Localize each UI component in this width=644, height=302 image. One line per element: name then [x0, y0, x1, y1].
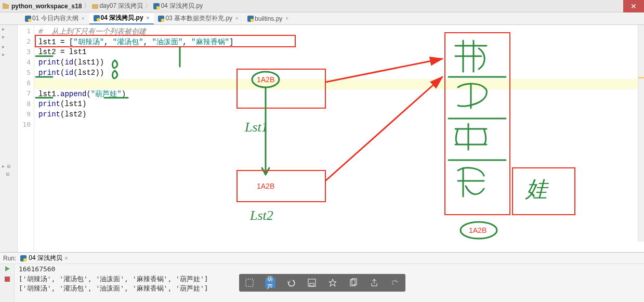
py-file-icon [158, 16, 164, 22]
run-header: Run: 04 深浅拷贝 × [0, 253, 644, 264]
run-tab-close-icon[interactable]: × [64, 255, 68, 262]
svg-rect-2 [92, 4, 98, 9]
left-gutter: ▸▸▸▸ ▸ 🗉 🗉 [0, 25, 18, 252]
line-number-gutter: 12345678910 [18, 25, 34, 252]
crumb-folder[interactable]: day07 深浅拷贝 [99, 2, 143, 10]
screenshot-toolbar[interactable]: 葫芦 [239, 274, 405, 292]
crumb-sep-1: 〉 [84, 2, 90, 10]
svg-text:1A2B: 1A2B [469, 226, 487, 234]
warning-marker[interactable] [638, 77, 644, 78]
run-label: Run: [3, 255, 16, 262]
copy-icon[interactable] [348, 278, 359, 288]
run-config-name[interactable]: 04 深浅拷贝 [29, 254, 62, 262]
editor[interactable]: 12345678910 # 从上到下只有一个列表被创建 lst1 = ["胡辣汤… [18, 25, 644, 252]
svg-point-25 [461, 222, 497, 239]
svg-rect-34 [246, 279, 253, 286]
folder-icon [92, 3, 98, 9]
crumb-sep-2: 〉 [145, 2, 151, 10]
share-icon[interactable] [369, 278, 379, 288]
py-file-icon [153, 3, 160, 9]
svg-rect-1 [3, 3, 6, 5]
ok-icon[interactable] [390, 278, 400, 288]
editor-tabs: 01 今日内容大纲 × 04 深浅拷贝.py × 03 基本数据类型补充.py … [0, 12, 644, 25]
tab-label: 04 深浅拷贝.py [101, 14, 143, 22]
tab-close-icon[interactable]: × [235, 16, 239, 21]
tab-label: builtins.py [255, 15, 282, 22]
svg-text:娃: 娃 [525, 177, 549, 201]
code-comment: # 从上到下只有一个列表被创建 [38, 28, 146, 36]
svg-rect-6 [28, 19, 31, 22]
py-file-icon [20, 255, 27, 261]
py-file-icon [25, 16, 31, 22]
tab-close-icon[interactable]: × [147, 15, 150, 21]
tab-03[interactable]: 03 基本数据类型补充.py × [154, 13, 243, 24]
svg-rect-4 [156, 6, 160, 9]
svg-rect-33 [5, 277, 10, 282]
svg-rect-0 [3, 4, 9, 9]
tab-label: 01 今日内容大纲 [32, 14, 78, 23]
svg-rect-36 [310, 283, 314, 286]
svg-rect-32 [23, 258, 27, 261]
svg-rect-10 [161, 19, 164, 22]
text-highlight-icon[interactable]: 葫芦 [265, 278, 275, 288]
tab-builtins[interactable]: builtins.py × [243, 13, 293, 24]
py-file-icon [247, 16, 254, 22]
star-icon[interactable] [327, 278, 338, 288]
svg-rect-12 [251, 19, 254, 22]
editor-scrollbar[interactable] [638, 25, 644, 242]
rerun-icon[interactable] [4, 265, 11, 272]
crumb-file[interactable]: 04 深浅拷贝.py [161, 2, 203, 10]
save-icon[interactable] [307, 278, 317, 288]
code-area[interactable]: # 从上到下只有一个列表被创建 lst1 = ["胡辣汤", "灌汤包", "油… [34, 25, 644, 252]
svg-rect-8 [97, 18, 100, 21]
crumb-project[interactable]: python_workspace_s18 [11, 3, 82, 10]
tab-close-icon[interactable]: × [82, 16, 85, 21]
svg-text:1A2B: 1A2B [257, 182, 274, 190]
window-close-button[interactable]: ✕ [623, 0, 644, 12]
tab-04-active[interactable]: 04 深浅拷贝.py × [89, 13, 154, 24]
tab-01[interactable]: 01 今日内容大纲 × [21, 13, 89, 24]
tab-close-icon[interactable]: × [285, 16, 288, 21]
run-gutter [0, 264, 15, 302]
svg-rect-21 [237, 170, 325, 202]
svg-text:Lst2: Lst2 [249, 208, 273, 223]
undo-icon[interactable] [286, 278, 296, 288]
main-editor-area: ▸▸▸▸ ▸ 🗉 🗉 12345678910 # 从上到下只有一个列表被创建 l… [0, 25, 644, 252]
stop-icon[interactable] [4, 275, 11, 283]
project-icon [2, 3, 9, 10]
py-file-icon [94, 15, 100, 21]
tab-label: 03 基本数据类型补充.py [165, 14, 232, 23]
rect-select-icon[interactable] [244, 278, 255, 288]
svg-rect-35 [308, 279, 316, 286]
breadcrumb-bar: python_workspace_s18 〉 day07 深浅拷贝 〉 04 深… [0, 0, 644, 12]
output-line: 166167560 [19, 265, 640, 274]
svg-rect-27 [512, 168, 575, 215]
